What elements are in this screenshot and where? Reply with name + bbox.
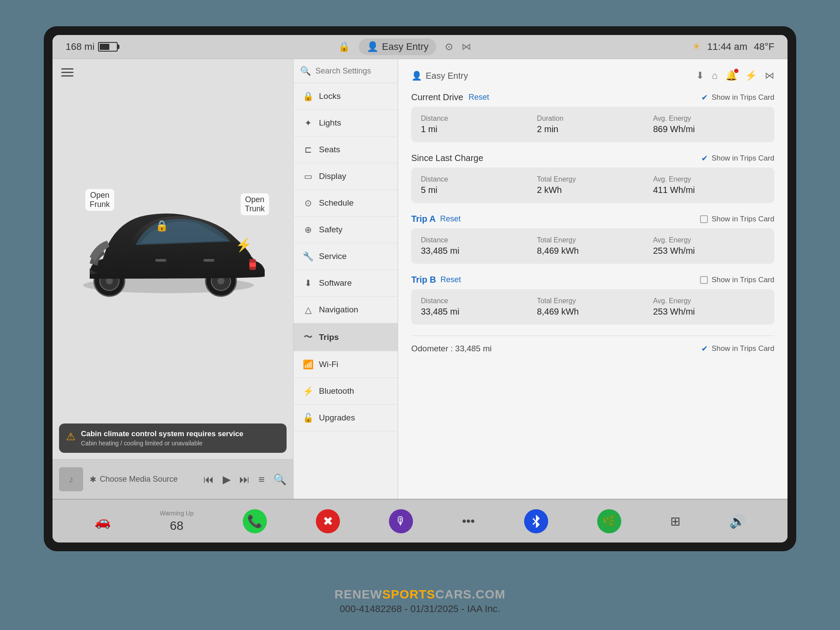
dock-grid-item[interactable]: ⊞ (670, 514, 680, 528)
hamburger-menu-icon[interactable] (61, 68, 74, 77)
car-lock-icon: 🔒 (155, 220, 168, 232)
settings-item-lights[interactable]: ✦ Lights (294, 110, 398, 136)
current-drive-header: Current Drive Reset ✔ Show in Trips Card (411, 92, 774, 102)
dock-end-call-item[interactable]: ✖ (316, 509, 340, 533)
current-drive-distance-label: Distance (421, 115, 532, 122)
svg-rect-10 (203, 259, 214, 262)
trip-b-header: Trip B Reset Show in Trips Card (411, 275, 774, 285)
trip-b-name: Trip B Reset (411, 275, 461, 285)
settings-item-seats[interactable]: ⊏ Seats (294, 136, 398, 163)
trip-b-show-trips[interactable]: Show in Trips Card (700, 276, 774, 284)
trip-a-section: Trip A Reset Show in Trips Card Distance… (411, 214, 774, 264)
trip-b-section: Trip B Reset Show in Trips Card Distance… (411, 275, 774, 325)
settings-item-software[interactable]: ⬇ Software (294, 270, 398, 297)
current-drive-duration-label: Duration (537, 115, 648, 122)
watermark: RENEWSPORTSCARS.COM (335, 588, 506, 602)
equalizer-button[interactable]: ≡ (259, 473, 265, 486)
battery-icon (98, 42, 118, 52)
battery-fill (100, 44, 109, 50)
watermark-sub: 000-41482268 - 01/31/2025 - IAA Inc. (340, 603, 500, 615)
bottom-dock: 🚗 Warming Up 68 📞 ✖ 🎙 ••• (52, 499, 788, 542)
time-display: 11:44 am (707, 41, 748, 52)
green-dock-button[interactable]: 🌿 (597, 509, 621, 533)
trip-a-reset[interactable]: Reset (440, 214, 461, 224)
warning-subtitle: Cabin heating / cooling limited or unava… (81, 440, 243, 447)
current-drive-duration-value: 2 min (537, 124, 648, 134)
easy-entry-header-label: Easy Entry (426, 71, 468, 81)
safety-icon: ⊕ (302, 224, 314, 235)
navigation-label: Navigation (319, 305, 358, 315)
trip-b-show-label: Show in Trips Card (711, 276, 774, 284)
current-drive-show-trips[interactable]: ✔ Show in Trips Card (701, 93, 774, 102)
voice-button[interactable]: 🎙 (389, 509, 413, 533)
dock-bluetooth-item[interactable] (524, 509, 548, 533)
odometer-show-trips[interactable]: ✔ Show in Trips Card (701, 344, 774, 354)
dock-green-item[interactable]: 🌿 (597, 509, 621, 533)
dock-warming-label: Warming Up (160, 510, 193, 517)
trip-a-show-label: Show in Trips Card (711, 215, 774, 224)
settings-item-trips[interactable]: 〜 Trips (294, 323, 398, 351)
since-last-charge-show-trips[interactable]: ✔ Show in Trips Card (701, 154, 774, 163)
bluetooth-dock-button[interactable] (524, 509, 548, 533)
open-frunk-button[interactable]: Open Frunk (85, 189, 114, 211)
search-media-button[interactable]: 🔍 (273, 473, 287, 486)
settings-item-schedule[interactable]: ⊙ Schedule (294, 190, 398, 217)
settings-item-navigation[interactable]: △ Navigation (294, 297, 398, 323)
odometer-info: Odometer : 33,485 mi (411, 344, 492, 354)
trip-a-distance-value: 33,485 mi (421, 246, 532, 256)
dock-car-item[interactable]: 🚗 (94, 514, 111, 529)
signal-header-icon[interactable]: ⋈ (765, 70, 774, 81)
main-content: Open Frunk Open Trunk 🔒 ⚡ (52, 59, 788, 499)
safety-label: Safety (319, 225, 343, 234)
prev-button[interactable]: ⏮ (203, 473, 214, 486)
settings-item-safety[interactable]: ⊕ Safety (294, 217, 398, 243)
call-end-button[interactable]: ✖ (316, 509, 340, 533)
trip-a-show-trips[interactable]: Show in Trips Card (700, 215, 774, 224)
settings-item-wifi[interactable]: 📶 Wi-Fi (294, 351, 398, 378)
trip-b-card: Distance 33,485 mi Total Energy 8,469 kW… (411, 289, 774, 325)
settings-item-bluetooth[interactable]: ⚡ Bluetooth (294, 378, 398, 405)
locks-icon: 🔒 (302, 91, 314, 102)
trip-a-distance-label: Distance (421, 236, 532, 244)
circle-icon: ⊙ (445, 41, 453, 52)
seats-label: Seats (319, 145, 340, 154)
odometer-checkmark: ✔ (701, 344, 708, 354)
settings-item-locks[interactable]: 🔒 Locks (294, 83, 398, 110)
service-icon: 🔧 (302, 251, 314, 262)
trip-b-letter: Trip B (411, 275, 436, 285)
watermark-area: RENEWSPORTSCARS.COM 000-41482268 - 01/31… (340, 602, 500, 615)
seats-icon: ⊏ (302, 144, 314, 155)
dock-temp-item[interactable]: Warming Up 68 (160, 510, 193, 533)
current-drive-duration: Duration 2 min (537, 115, 648, 134)
settings-item-display[interactable]: ▭ Display (294, 163, 398, 190)
since-last-charge-show-label: Show in Trips Card (711, 154, 774, 163)
download-icon[interactable]: ⬇ (696, 70, 704, 81)
trip-b-distance-label: Distance (421, 297, 532, 305)
next-button[interactable]: ⏭ (239, 473, 250, 486)
current-drive-reset[interactable]: Reset (469, 93, 489, 102)
home-icon[interactable]: ⌂ (712, 70, 718, 81)
call-accept-button[interactable]: 📞 (243, 509, 267, 533)
schedule-icon: ⊙ (302, 198, 314, 208)
bluetooth-dock-icon (531, 514, 541, 528)
current-drive-label: Current Drive (411, 92, 463, 102)
slc-avg-energy-value: 411 Wh/mi (653, 185, 765, 195)
settings-panel: 🔍 🔒 Locks ✦ Lights ⊏ (293, 59, 398, 499)
play-button[interactable]: ▶ (223, 473, 231, 486)
open-trunk-button[interactable]: Open Trunk (241, 193, 269, 215)
since-last-charge-title: Since Last Charge (411, 153, 483, 163)
dock-call-item[interactable]: 📞 (243, 509, 267, 533)
bluetooth-header-icon[interactable]: ⚡ (745, 70, 757, 81)
since-last-charge-distance: Distance 5 mi (421, 175, 532, 195)
dock-volume-item[interactable]: 🔊 (729, 514, 746, 529)
dock-dots-item[interactable]: ••• (462, 514, 475, 528)
bell-icon[interactable]: 🔔 (725, 70, 737, 81)
trip-b-reset[interactable]: Reset (441, 275, 461, 284)
easy-entry-tab-label: Easy Entry (382, 41, 428, 52)
easy-entry-tab[interactable]: 👤 Easy Entry (359, 38, 436, 55)
media-source[interactable]: ✱ Choose Media Source (90, 475, 197, 484)
settings-item-upgrades[interactable]: 🔓 Upgrades (294, 405, 398, 431)
trips-header: 👤 Easy Entry ⬇ ⌂ 🔔 ⚡ ⋈ (411, 70, 774, 81)
dock-voice-item[interactable]: 🎙 (389, 509, 413, 533)
settings-item-service[interactable]: 🔧 Service (294, 243, 398, 270)
